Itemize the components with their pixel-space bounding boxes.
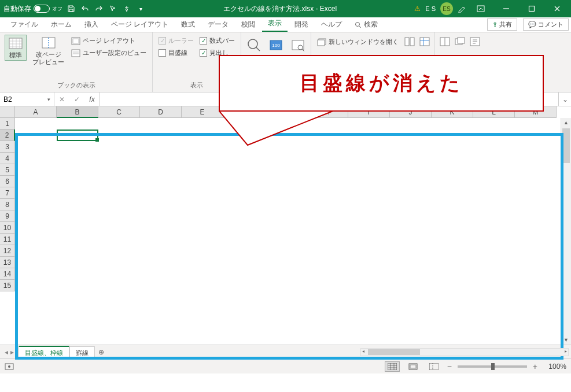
zoom-slider[interactable] xyxy=(458,365,527,368)
fx-icon[interactable]: fx xyxy=(84,95,100,103)
normal-view-button[interactable]: 標準 xyxy=(5,35,27,61)
tab-formulas[interactable]: 数式 xyxy=(175,17,201,32)
warning-icon[interactable]: ⚠ xyxy=(414,5,421,13)
tab-data[interactable]: データ xyxy=(202,17,234,32)
col-header[interactable]: C xyxy=(98,106,140,118)
arrange-icon[interactable] xyxy=(404,37,415,46)
row-header[interactable]: 5 xyxy=(0,164,15,176)
row-header[interactable]: 12 xyxy=(0,245,15,257)
autosave-toggle[interactable]: 自動保存 オフ xyxy=(3,4,62,14)
new-window-button[interactable]: 新しいウィンドウを開く xyxy=(316,37,400,47)
tab-developer[interactable]: 開発 xyxy=(289,17,314,32)
scroll-up-icon[interactable]: ▲ xyxy=(561,118,571,127)
qat-more-icon[interactable]: ▾ xyxy=(135,3,146,14)
record-macro-icon[interactable] xyxy=(5,363,14,371)
nav-next-icon[interactable]: ▸ xyxy=(10,348,14,356)
row-header[interactable]: 7 xyxy=(0,187,15,199)
zoom-percent[interactable]: 100% xyxy=(543,363,566,371)
row-header[interactable]: 13 xyxy=(0,257,15,268)
touch-icon[interactable] xyxy=(121,3,132,14)
tab-review[interactable]: 校閲 xyxy=(235,17,261,32)
user-initials: E S xyxy=(425,5,436,12)
row-header[interactable]: 2 xyxy=(0,130,15,141)
row-header[interactable]: 3 xyxy=(0,141,15,153)
tab-page-layout[interactable]: ページ レイアウト xyxy=(105,17,174,32)
tab-home[interactable]: ホーム xyxy=(45,17,78,32)
row-header[interactable]: 6 xyxy=(0,176,15,187)
chevron-down-icon: ▾ xyxy=(47,97,50,102)
page-break-view-icon[interactable] xyxy=(426,361,441,372)
macros-icon[interactable] xyxy=(470,37,480,46)
undo-icon[interactable] xyxy=(80,3,90,14)
scroll-left-icon[interactable]: ◂ xyxy=(362,349,364,354)
add-sheet-button[interactable]: ⊕ xyxy=(95,348,108,356)
ribbon-display-icon[interactable] xyxy=(470,0,491,17)
page-break-preview-button[interactable]: 改ページ プレビュー xyxy=(30,35,67,67)
row-header[interactable]: 1 xyxy=(0,118,15,130)
comment-button[interactable]: 💬 コメント xyxy=(523,19,569,31)
page-layout-view-icon[interactable] xyxy=(406,361,421,372)
zoom-out-button[interactable]: − xyxy=(447,362,452,371)
enter-icon[interactable]: ✓ xyxy=(69,95,84,103)
quick-access-toolbar: ▾ xyxy=(66,3,146,14)
sheet-tab-1[interactable]: 目盛線、枠線 xyxy=(19,346,69,359)
normal-view-icon[interactable] xyxy=(385,361,400,372)
sheet-tab-2[interactable]: 罫線 xyxy=(69,346,95,359)
row-header[interactable]: 14 xyxy=(0,268,15,280)
zoom-selection-icon[interactable] xyxy=(290,37,306,53)
row-header[interactable]: 8 xyxy=(0,199,15,210)
row-header[interactable]: 11 xyxy=(0,234,15,245)
user-avatar[interactable]: ES xyxy=(440,2,453,15)
cancel-icon[interactable]: ✕ xyxy=(54,95,69,103)
save-icon[interactable] xyxy=(66,3,76,14)
horizontal-scrollbar[interactable]: ◂ ▸ xyxy=(360,348,569,356)
page-layout-button[interactable]: ページ レイアウト xyxy=(70,36,148,46)
expand-formula-icon[interactable]: ⌄ xyxy=(558,93,571,106)
scroll-right-icon[interactable]: ▸ xyxy=(565,349,567,354)
gridlines-checkbox[interactable]: 目盛線 xyxy=(157,48,195,58)
formula-bar-checkbox[interactable]: ✓ 数式バー xyxy=(198,36,236,46)
share-button[interactable]: ⇪ 共有 xyxy=(487,19,517,31)
scroll-down-icon[interactable]: ▼ xyxy=(561,335,571,345)
close-button[interactable] xyxy=(547,0,568,17)
cursor-icon[interactable] xyxy=(108,3,118,14)
maximize-button[interactable] xyxy=(521,0,542,17)
sheet-nav[interactable]: ◂ ▸ xyxy=(0,348,19,356)
ruler-checkbox[interactable]: ✓ ルーラー xyxy=(157,36,195,46)
row-header[interactable]: 9 xyxy=(0,210,15,222)
tab-help[interactable]: ヘルプ xyxy=(315,17,348,32)
active-cell[interactable] xyxy=(57,130,98,141)
redo-icon[interactable] xyxy=(94,3,104,14)
split-icon[interactable] xyxy=(440,37,450,46)
switch-windows-icon[interactable] xyxy=(455,37,465,46)
autosave-label: 自動保存 xyxy=(3,4,31,14)
row-header[interactable]: 10 xyxy=(0,222,15,234)
slider-handle[interactable] xyxy=(491,363,495,370)
draw-icon[interactable] xyxy=(458,5,466,13)
row-header[interactable]: 15 xyxy=(0,280,15,291)
svg-point-25 xyxy=(8,365,10,368)
row-header[interactable]: 4 xyxy=(0,153,15,164)
scrollbar-thumb[interactable] xyxy=(368,349,420,355)
custom-views-button[interactable]: ユーザー設定のビュー xyxy=(70,48,148,58)
vertical-scrollbar[interactable]: ▲ ▼ xyxy=(561,118,571,345)
zoom-100-icon[interactable]: 100 xyxy=(268,37,284,53)
tab-search[interactable]: 検索 xyxy=(349,17,384,32)
col-header[interactable]: A xyxy=(15,106,57,118)
col-header[interactable]: E xyxy=(182,106,223,118)
nav-prev-icon[interactable]: ◂ xyxy=(5,348,8,356)
scrollbar-thumb[interactable] xyxy=(562,128,570,163)
zoom-icon[interactable] xyxy=(246,37,262,53)
col-header[interactable]: D xyxy=(140,106,182,118)
cells-grid[interactable] xyxy=(15,118,558,345)
share-icon: ⇪ xyxy=(492,21,498,28)
col-header[interactable]: B xyxy=(57,106,98,118)
select-all-corner[interactable] xyxy=(0,106,15,118)
tab-view[interactable]: 表示 xyxy=(262,16,288,32)
minimize-button[interactable] xyxy=(496,0,517,17)
freeze-panes-icon[interactable] xyxy=(419,37,430,46)
tab-insert[interactable]: 挿入 xyxy=(79,17,104,32)
zoom-in-button[interactable]: + xyxy=(533,362,537,371)
tab-file[interactable]: ファイル xyxy=(5,17,44,32)
name-box[interactable]: B2 ▾ xyxy=(0,93,54,106)
